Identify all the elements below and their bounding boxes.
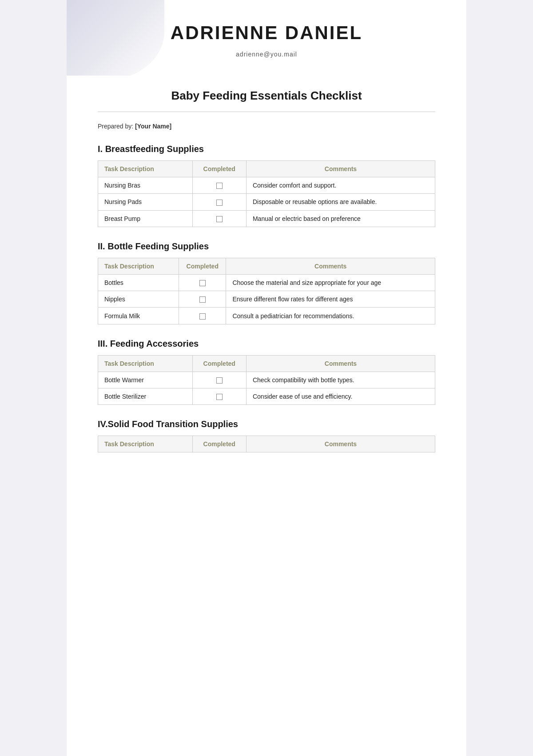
table-header-row: Task Description Completed Comments [98,355,435,372]
task-cell: Nursing Bras [98,177,193,194]
completed-cell[interactable] [179,291,226,308]
completed-cell[interactable] [179,274,226,291]
task-cell: Bottle Sterilizer [98,388,193,405]
section-title-breastfeeding: I. Breastfeeding Supplies [98,144,435,154]
comments-cell: Consider ease of use and efficiency. [246,388,435,405]
table-row: Bottle Warmer Check compatibility with b… [98,372,435,388]
prepared-by-value: [Your Name] [135,123,171,130]
prepared-by: Prepared by: [Your Name] [98,123,435,130]
table-header-row: Task Description Completed Comments [98,161,435,177]
checkbox[interactable] [199,296,206,303]
th-task-1: Task Description [98,161,193,177]
checkbox[interactable] [199,313,206,320]
th-task-2: Task Description [98,258,179,274]
task-cell: Nursing Pads [98,194,193,210]
task-cell: Bottle Warmer [98,372,193,388]
th-completed-2: Completed [179,258,226,274]
completed-cell[interactable] [192,210,246,227]
section-title-solid-food: IV.Solid Food Transition Supplies [98,419,435,429]
table-row: Nursing Pads Disposable or reusable opti… [98,194,435,210]
title-divider [98,112,435,112]
table-header-row: Task Description Completed Comments [98,258,435,274]
table-bottle: Task Description Completed Comments Bott… [98,258,435,324]
comments-cell: Choose the material and size appropriate… [226,274,435,291]
task-cell: Nipples [98,291,179,308]
prepared-by-label: Prepared by: [98,123,133,130]
table-row: Breast Pump Manual or electric based on … [98,210,435,227]
document-title: Baby Feeding Essentials Checklist [98,89,435,103]
th-task-4: Task Description [98,436,193,452]
th-comments-3: Comments [246,355,435,372]
th-completed-4: Completed [192,436,246,452]
table-row: Nursing Bras Consider comfort and suppor… [98,177,435,194]
completed-cell[interactable] [192,372,246,388]
task-cell: Formula Milk [98,308,179,324]
task-cell: Breast Pump [98,210,193,227]
comments-cell: Consider comfort and support. [246,177,435,194]
table-row: Formula Milk Consult a pediatrician for … [98,308,435,324]
table-row: Bottles Choose the material and size app… [98,274,435,291]
task-cell: Bottles [98,274,179,291]
th-comments-1: Comments [246,161,435,177]
comments-cell: Check compatibility with bottle types. [246,372,435,388]
table-row: Nipples Ensure different flow rates for … [98,291,435,308]
completed-cell[interactable] [192,177,246,194]
table-header-row: Task Description Completed Comments [98,436,435,452]
comments-cell: Manual or electric based on preference [246,210,435,227]
header: ADRIENNE DANIEL adrienne@you.mail [67,0,466,76]
completed-cell[interactable] [179,308,226,324]
table-breastfeeding: Task Description Completed Comments Nurs… [98,160,435,227]
checkbox[interactable] [216,183,223,189]
checkbox[interactable] [216,200,223,206]
comments-cell: Disposable or reusable options are avail… [246,194,435,210]
checkbox[interactable] [216,216,223,222]
page: ADRIENNE DANIEL adrienne@you.mail Baby F… [67,0,466,756]
section-title-accessories: III. Feeding Accessories [98,339,435,349]
header-email: adrienne@you.mail [67,51,466,58]
table-solid-food: Task Description Completed Comments [98,436,435,452]
table-accessories: Task Description Completed Comments Bott… [98,355,435,405]
checkbox[interactable] [216,394,223,400]
comments-cell: Ensure different flow rates for differen… [226,291,435,308]
content-area: Baby Feeding Essentials Checklist Prepar… [67,76,466,487]
completed-cell[interactable] [192,194,246,210]
section-title-bottle: II. Bottle Feeding Supplies [98,241,435,252]
table-row: Bottle Sterilizer Consider ease of use a… [98,388,435,405]
th-comments-4: Comments [246,436,435,452]
th-completed-3: Completed [192,355,246,372]
header-name: ADRIENNE DANIEL [67,22,466,44]
th-comments-2: Comments [226,258,435,274]
checkbox[interactable] [199,280,206,286]
th-task-3: Task Description [98,355,193,372]
completed-cell[interactable] [192,388,246,405]
comments-cell: Consult a pediatrician for recommendatio… [226,308,435,324]
th-completed-1: Completed [192,161,246,177]
checkbox[interactable] [216,377,223,384]
